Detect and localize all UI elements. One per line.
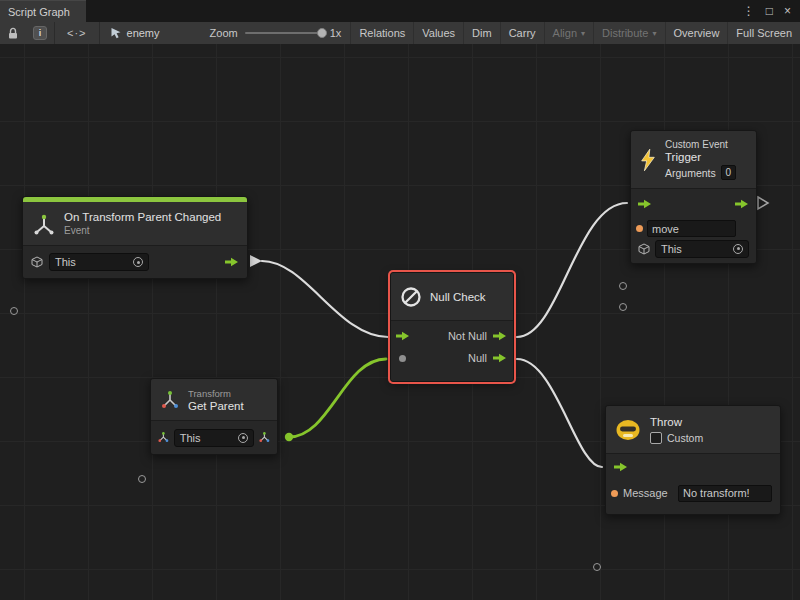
node-title: Null Check (430, 291, 486, 303)
null-output-arrow[interactable] (493, 353, 507, 363)
value-input-dot[interactable] (399, 355, 406, 362)
node-title: Get Parent (188, 400, 244, 412)
value-input-port[interactable] (138, 475, 146, 483)
node-title: On Transform Parent Changed (64, 211, 221, 223)
info-icon: i (33, 26, 47, 40)
node-on-transform-parent-changed[interactable]: On Transform Parent Changed Event This (22, 196, 248, 279)
event-output-port[interactable] (250, 255, 262, 267)
node-header: On Transform Parent Changed Event (23, 202, 247, 246)
tab-script-graph[interactable]: Script Graph (0, 0, 86, 22)
carry-button[interactable]: Carry (500, 22, 544, 44)
node-header: Throw Custom (606, 406, 780, 454)
custom-checkbox[interactable] (650, 432, 662, 444)
lightning-bolt-icon (639, 147, 657, 173)
this-object-picker[interactable]: This (49, 253, 149, 271)
zoom-slider-handle[interactable] (317, 28, 327, 38)
tab-title: Script Graph (8, 6, 70, 18)
window-tab-bar: Script Graph ⋮ □ × (0, 0, 800, 22)
this-object-picker[interactable]: This (174, 429, 254, 447)
wire-getparent-to-nullcheck[interactable] (289, 359, 386, 437)
custom-label: Custom (667, 432, 703, 444)
control-input-arrow[interactable] (614, 462, 628, 472)
relations-label: Relations (359, 27, 405, 39)
wire-notnull-to-customevent[interactable] (517, 203, 627, 337)
string-port-dot[interactable] (636, 225, 643, 232)
event-name-input[interactable] (647, 220, 736, 237)
node-header: Custom Event Trigger Arguments 0 (631, 131, 756, 189)
not-null-label: Not Null (448, 330, 487, 342)
this-object-picker[interactable]: This (655, 240, 749, 258)
this-value: This (55, 256, 76, 268)
control-output-arrow[interactable] (225, 257, 239, 267)
string-port-dot[interactable] (611, 490, 618, 497)
chevron-down-icon: ▾ (653, 29, 657, 38)
name-input-port[interactable] (619, 282, 627, 290)
lock-icon (7, 27, 19, 40)
graph-canvas[interactable]: On Transform Parent Changed Event This (0, 44, 800, 600)
align-dropdown[interactable]: Align ▾ (544, 22, 593, 44)
graph-toolbar: i <·> enemy Zoom 1x Relations Values Dim… (0, 22, 800, 44)
node-header: Transform Get Parent (151, 379, 277, 421)
object-target-icon[interactable] (238, 433, 248, 443)
gameobject-cube-icon (638, 243, 650, 255)
target-input-port[interactable] (619, 303, 627, 311)
toolbar-buttons: Relations Values Dim Carry Align ▾ Distr… (350, 22, 800, 44)
transform-icon (160, 390, 180, 410)
customevent-output-port[interactable] (758, 197, 768, 209)
this-value: This (180, 432, 201, 444)
wire-null-to-throw[interactable] (517, 359, 602, 467)
align-label: Align (553, 27, 577, 39)
dim-label: Dim (472, 27, 492, 39)
gameobject-cube-icon (31, 256, 43, 268)
dim-button[interactable]: Dim (463, 22, 500, 44)
graph-name-breadcrumb[interactable]: enemy (100, 27, 170, 39)
message-input[interactable] (678, 485, 772, 502)
control-input-arrow[interactable] (638, 199, 652, 209)
control-output-arrow[interactable] (735, 199, 749, 209)
overview-label: Overview (674, 27, 720, 39)
throw-icon (615, 419, 641, 441)
edit-graph-button[interactable]: <·> (55, 27, 99, 39)
window-menu-icon[interactable]: ⋮ (743, 4, 755, 18)
node-title: Trigger (665, 151, 736, 163)
zoom-value: 1x (330, 27, 342, 39)
control-input-arrow[interactable] (396, 331, 410, 341)
node-trigger-custom-event[interactable]: Custom Event Trigger Arguments 0 (630, 130, 757, 264)
node-null-check[interactable]: Null Check Not Null Null (390, 272, 514, 382)
distribute-dropdown[interactable]: Distribute ▾ (593, 22, 664, 44)
zoom-control: Zoom 1x (210, 27, 342, 39)
relations-button[interactable]: Relations (350, 22, 413, 44)
lock-button[interactable] (0, 22, 26, 44)
node-get-parent[interactable]: Transform Get Parent This (150, 378, 278, 455)
wire-event-to-nullcheck[interactable] (262, 261, 388, 337)
message-input-port[interactable] (593, 563, 601, 571)
null-label: Null (468, 352, 487, 364)
inspector-button[interactable]: i (26, 22, 54, 44)
node-category: Custom Event (665, 139, 736, 150)
window-controls: ⋮ □ × (743, 0, 800, 22)
object-target-icon[interactable] (733, 244, 743, 254)
getparent-output-port[interactable] (285, 433, 293, 441)
carry-label: Carry (509, 27, 536, 39)
fullscreen-button[interactable]: Full Screen (727, 22, 800, 44)
node-subtitle: Event (64, 225, 221, 236)
values-label: Values (422, 27, 455, 39)
null-check-icon (400, 286, 422, 308)
node-title: Throw (650, 416, 703, 428)
node-throw[interactable]: Throw Custom Message (605, 405, 781, 515)
zoom-label: Zoom (210, 27, 238, 39)
graph-name-label: enemy (127, 27, 160, 39)
maximize-icon[interactable]: □ (766, 4, 773, 18)
values-button[interactable]: Values (413, 22, 463, 44)
object-target-icon[interactable] (133, 257, 143, 267)
transform-output-port[interactable] (259, 432, 270, 443)
zoom-slider[interactable] (245, 32, 323, 34)
arguments-count-field[interactable]: 0 (721, 165, 736, 180)
close-icon[interactable]: × (784, 4, 791, 18)
node-category: Transform (188, 388, 244, 399)
fullscreen-label: Full Screen (736, 27, 792, 39)
not-null-output-arrow[interactable] (493, 331, 507, 341)
overview-button[interactable]: Overview (665, 22, 728, 44)
graph-pointer-icon (110, 27, 122, 39)
value-input-port[interactable] (10, 307, 18, 315)
